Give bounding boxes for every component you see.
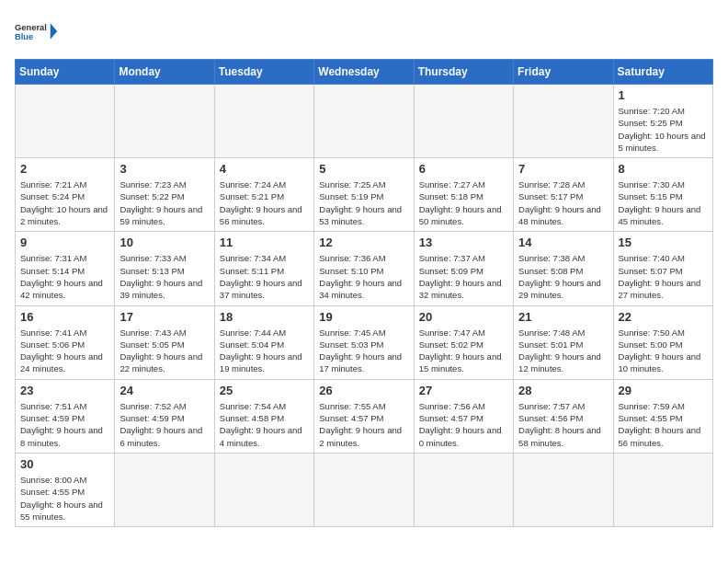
calendar-day: 19Sunrise: 7:45 AM Sunset: 5:03 PM Dayli… [314, 305, 414, 379]
day-number: 25 [220, 384, 309, 397]
calendar-day: 1Sunrise: 7:20 AM Sunset: 5:25 PM Daylig… [613, 85, 712, 158]
calendar-day: 10Sunrise: 7:33 AM Sunset: 5:13 PM Dayli… [115, 232, 214, 305]
day-info: Sunrise: 7:40 AM Sunset: 5:07 PM Dayligh… [619, 252, 708, 301]
day-number: 19 [319, 310, 408, 324]
svg-text:Blue: Blue [15, 32, 33, 41]
calendar-day [314, 453, 414, 526]
calendar-day: 29Sunrise: 7:59 AM Sunset: 4:55 PM Dayli… [613, 379, 712, 453]
day-info: Sunrise: 7:48 AM Sunset: 5:01 PM Dayligh… [518, 327, 608, 375]
day-number: 17 [119, 310, 209, 324]
calendar-day: 20Sunrise: 7:47 AM Sunset: 5:02 PM Dayli… [414, 305, 513, 379]
page-header: General Blue [15, 15, 713, 48]
day-header-sunday: Sunday [16, 60, 115, 85]
day-number: 14 [518, 236, 608, 249]
calendar-week-5: 23Sunrise: 7:51 AM Sunset: 4:59 PM Dayli… [16, 379, 713, 453]
calendar-week-3: 9Sunrise: 7:31 AM Sunset: 5:14 PM Daylig… [16, 232, 713, 305]
calendar-day: 21Sunrise: 7:48 AM Sunset: 5:01 PM Dayli… [514, 305, 613, 379]
calendar-header-row: SundayMondayTuesdayWednesdayThursdayFrid… [16, 60, 713, 85]
calendar-day: 3Sunrise: 7:23 AM Sunset: 5:22 PM Daylig… [115, 158, 214, 232]
calendar-day [16, 85, 115, 158]
calendar-week-6: 30Sunrise: 8:00 AM Sunset: 4:55 PM Dayli… [16, 453, 713, 526]
day-info: Sunrise: 7:45 AM Sunset: 5:03 PM Dayligh… [319, 327, 408, 375]
day-number: 6 [419, 162, 508, 176]
day-info: Sunrise: 7:51 AM Sunset: 4:59 PM Dayligh… [20, 400, 109, 449]
calendar-day: 4Sunrise: 7:24 AM Sunset: 5:21 PM Daylig… [214, 158, 313, 232]
day-info: Sunrise: 7:54 AM Sunset: 4:58 PM Dayligh… [220, 400, 309, 449]
day-number: 28 [518, 384, 608, 397]
day-info: Sunrise: 7:25 AM Sunset: 5:19 PM Dayligh… [319, 178, 408, 227]
calendar-day [214, 453, 313, 526]
calendar-day [314, 85, 414, 158]
calendar-day: 6Sunrise: 7:27 AM Sunset: 5:18 PM Daylig… [414, 158, 513, 232]
day-info: Sunrise: 7:27 AM Sunset: 5:18 PM Dayligh… [419, 178, 508, 227]
calendar-day: 16Sunrise: 7:41 AM Sunset: 5:06 PM Dayli… [16, 305, 115, 379]
day-number: 13 [419, 236, 508, 249]
calendar-day: 11Sunrise: 7:34 AM Sunset: 5:11 PM Dayli… [214, 232, 313, 305]
logo-svg: General Blue [15, 15, 61, 48]
day-info: Sunrise: 7:34 AM Sunset: 5:11 PM Dayligh… [220, 252, 309, 301]
calendar-day: 8Sunrise: 7:30 AM Sunset: 5:15 PM Daylig… [613, 158, 712, 232]
day-number: 15 [619, 236, 708, 249]
day-number: 24 [119, 384, 209, 397]
day-number: 18 [220, 310, 309, 324]
day-number: 5 [319, 162, 408, 176]
svg-marker-2 [51, 23, 58, 40]
day-number: 12 [319, 236, 408, 249]
calendar-day: 25Sunrise: 7:54 AM Sunset: 4:58 PM Dayli… [214, 379, 313, 453]
calendar-day: 18Sunrise: 7:44 AM Sunset: 5:04 PM Dayli… [214, 305, 313, 379]
svg-text:General: General [15, 23, 47, 32]
calendar-day: 30Sunrise: 8:00 AM Sunset: 4:55 PM Dayli… [16, 453, 115, 526]
calendar-day [214, 85, 313, 158]
day-info: Sunrise: 7:57 AM Sunset: 4:56 PM Dayligh… [518, 400, 608, 449]
day-number: 21 [518, 310, 608, 324]
calendar-week-2: 2Sunrise: 7:21 AM Sunset: 5:24 PM Daylig… [16, 158, 713, 232]
calendar-day [414, 85, 513, 158]
day-number: 27 [419, 384, 508, 397]
calendar-day: 22Sunrise: 7:50 AM Sunset: 5:00 PM Dayli… [613, 305, 712, 379]
day-number: 29 [619, 384, 708, 397]
day-info: Sunrise: 7:30 AM Sunset: 5:15 PM Dayligh… [619, 178, 708, 227]
day-info: Sunrise: 7:56 AM Sunset: 4:57 PM Dayligh… [419, 400, 508, 449]
day-info: Sunrise: 7:52 AM Sunset: 4:59 PM Dayligh… [119, 400, 209, 449]
calendar-table: SundayMondayTuesdayWednesdayThursdayFrid… [15, 59, 713, 527]
day-number: 22 [619, 310, 708, 324]
calendar-day: 15Sunrise: 7:40 AM Sunset: 5:07 PM Dayli… [613, 232, 712, 305]
day-info: Sunrise: 7:31 AM Sunset: 5:14 PM Dayligh… [20, 252, 109, 301]
calendar-week-4: 16Sunrise: 7:41 AM Sunset: 5:06 PM Dayli… [16, 305, 713, 379]
calendar-day: 28Sunrise: 7:57 AM Sunset: 4:56 PM Dayli… [514, 379, 613, 453]
day-number: 16 [20, 310, 109, 324]
calendar-day: 5Sunrise: 7:25 AM Sunset: 5:19 PM Daylig… [314, 158, 414, 232]
day-header-tuesday: Tuesday [214, 60, 313, 85]
calendar-day: 12Sunrise: 7:36 AM Sunset: 5:10 PM Dayli… [314, 232, 414, 305]
day-number: 7 [518, 162, 608, 176]
day-info: Sunrise: 7:43 AM Sunset: 5:05 PM Dayligh… [119, 327, 209, 375]
calendar-day: 14Sunrise: 7:38 AM Sunset: 5:08 PM Dayli… [514, 232, 613, 305]
day-number: 30 [20, 457, 109, 471]
day-info: Sunrise: 8:00 AM Sunset: 4:55 PM Dayligh… [20, 474, 109, 523]
day-number: 10 [119, 236, 209, 249]
day-info: Sunrise: 7:59 AM Sunset: 4:55 PM Dayligh… [619, 400, 708, 449]
day-info: Sunrise: 7:36 AM Sunset: 5:10 PM Dayligh… [319, 252, 408, 301]
day-info: Sunrise: 7:33 AM Sunset: 5:13 PM Dayligh… [119, 252, 209, 301]
day-info: Sunrise: 7:24 AM Sunset: 5:21 PM Dayligh… [220, 178, 309, 227]
day-number: 11 [220, 236, 309, 249]
day-number: 23 [20, 384, 109, 397]
day-info: Sunrise: 7:37 AM Sunset: 5:09 PM Dayligh… [419, 252, 508, 301]
calendar-day: 24Sunrise: 7:52 AM Sunset: 4:59 PM Dayli… [115, 379, 214, 453]
day-info: Sunrise: 7:41 AM Sunset: 5:06 PM Dayligh… [20, 327, 109, 375]
calendar-day [115, 85, 214, 158]
calendar-day: 17Sunrise: 7:43 AM Sunset: 5:05 PM Dayli… [115, 305, 214, 379]
day-number: 26 [319, 384, 408, 397]
day-info: Sunrise: 7:20 AM Sunset: 5:25 PM Dayligh… [619, 105, 708, 154]
calendar-day: 2Sunrise: 7:21 AM Sunset: 5:24 PM Daylig… [16, 158, 115, 232]
day-info: Sunrise: 7:50 AM Sunset: 5:00 PM Dayligh… [619, 327, 708, 375]
logo: General Blue [15, 15, 61, 48]
calendar-day [414, 453, 513, 526]
day-number: 1 [619, 88, 708, 102]
day-number: 2 [20, 162, 109, 176]
day-info: Sunrise: 7:28 AM Sunset: 5:17 PM Dayligh… [518, 178, 608, 227]
day-number: 8 [619, 162, 708, 176]
calendar-day [514, 85, 613, 158]
day-header-wednesday: Wednesday [314, 60, 414, 85]
calendar-day [613, 453, 712, 526]
